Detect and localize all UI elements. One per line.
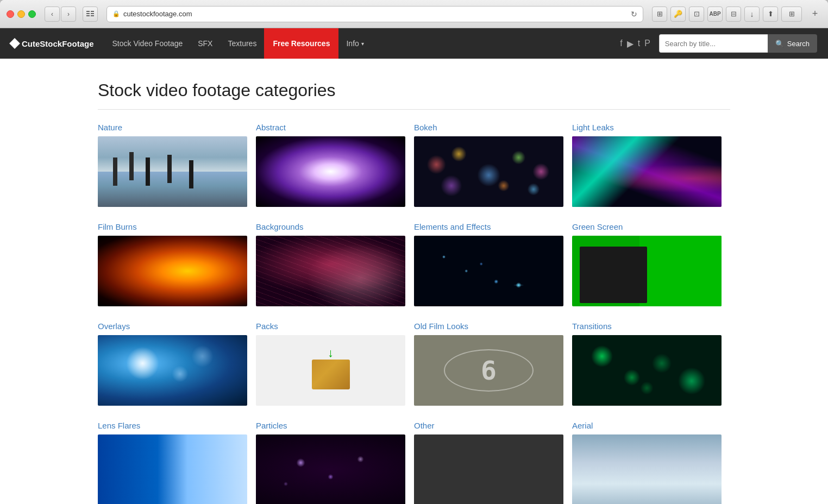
- svg-rect-5: [91, 15, 94, 16]
- site-navbar: CuteStockFootage Stock Video Footage SFX…: [0, 28, 828, 59]
- chevron-down-icon: ▾: [361, 41, 364, 47]
- pinterest-icon[interactable]: P: [644, 39, 650, 48]
- minimize-button[interactable]: [17, 10, 25, 18]
- category-label-abstract[interactable]: Abstract: [256, 123, 405, 132]
- browser-window: ‹ › 🔒 cutestockfootage.com ↻ ⊞ 🔑 ⊡ ABP ⊟…: [0, 0, 828, 504]
- logo-text: CuteStockFootage: [22, 39, 94, 48]
- page-title: Stock video footage categories: [98, 80, 730, 110]
- category-thumb-transitions[interactable]: [572, 335, 722, 406]
- close-button[interactable]: [7, 10, 14, 18]
- category-label-film-burns[interactable]: Film Burns: [98, 222, 247, 231]
- category-thumb-overlays[interactable]: [98, 335, 247, 406]
- category-label-old-film-looks[interactable]: Old Film Looks: [414, 322, 563, 331]
- category-thumb-packs[interactable]: ↓: [256, 335, 405, 406]
- facebook-icon[interactable]: f: [620, 39, 622, 48]
- category-label-light-leaks[interactable]: Light Leaks: [572, 123, 722, 132]
- category-thumb-green-screen[interactable]: [572, 236, 722, 306]
- category-label-green-screen[interactable]: Green Screen: [572, 222, 722, 231]
- social-icons: f ▶ t P: [620, 39, 650, 49]
- category-item-bokeh[interactable]: Bokeh: [414, 123, 572, 222]
- maximize-button[interactable]: [28, 10, 36, 18]
- svg-rect-1: [86, 13, 90, 14]
- keychain-icon[interactable]: 🔑: [670, 7, 686, 22]
- category-thumb-nature[interactable]: [98, 136, 247, 207]
- category-item-particles[interactable]: Particles: [256, 421, 414, 504]
- logo-diamond-icon: [9, 38, 20, 49]
- category-item-aerial[interactable]: Aerial: [572, 421, 730, 504]
- nav-stock-video[interactable]: Stock Video Footage: [105, 28, 191, 59]
- category-label-particles[interactable]: Particles: [256, 421, 405, 430]
- nav-info[interactable]: Info ▾: [338, 28, 371, 59]
- category-label-transitions[interactable]: Transitions: [572, 322, 722, 331]
- category-thumb-bokeh[interactable]: [414, 136, 563, 207]
- share-icon[interactable]: ⬆: [763, 7, 778, 22]
- category-label-other[interactable]: Other: [414, 421, 563, 430]
- traffic-lights: [7, 10, 36, 18]
- category-thumb-elements-and-effects[interactable]: [414, 236, 563, 306]
- category-thumb-other[interactable]: [414, 434, 563, 504]
- pocket-icon[interactable]: ⊡: [689, 7, 704, 22]
- twitter-icon[interactable]: t: [638, 39, 640, 48]
- lock-icon: 🔒: [112, 10, 120, 17]
- new-tab-button[interactable]: +: [808, 8, 821, 21]
- browser-nav-buttons: ‹ ›: [45, 7, 76, 22]
- search-form: 🔍 Search: [659, 34, 817, 53]
- url-text: cutestockfootage.com: [123, 10, 192, 18]
- category-label-aerial[interactable]: Aerial: [572, 421, 722, 430]
- svg-rect-2: [86, 15, 90, 16]
- category-thumb-abstract[interactable]: [256, 136, 405, 207]
- category-label-lens-flares[interactable]: Lens Flares: [98, 421, 247, 430]
- category-thumb-lens-flares[interactable]: [98, 434, 247, 504]
- nav-links: Stock Video Footage SFX Textures Free Re…: [105, 28, 612, 59]
- category-thumb-light-leaks[interactable]: [572, 136, 722, 207]
- category-label-overlays[interactable]: Overlays: [98, 322, 247, 331]
- category-label-bokeh[interactable]: Bokeh: [414, 123, 563, 132]
- category-item-transitions[interactable]: Transitions: [572, 322, 730, 421]
- category-thumb-old-film-looks[interactable]: [414, 335, 563, 406]
- category-label-backgrounds[interactable]: Backgrounds: [256, 222, 405, 231]
- search-input[interactable]: [659, 34, 768, 53]
- category-item-green-screen[interactable]: Green Screen: [572, 222, 730, 322]
- site-logo[interactable]: CuteStockFootage: [11, 39, 94, 48]
- forward-button[interactable]: ›: [61, 7, 76, 22]
- youtube-icon[interactable]: ▶: [627, 39, 633, 49]
- svg-rect-3: [91, 11, 94, 12]
- nav-sfx[interactable]: SFX: [190, 28, 220, 59]
- nav-textures[interactable]: Textures: [220, 28, 264, 59]
- category-thumb-backgrounds[interactable]: [256, 236, 405, 306]
- category-item-backgrounds[interactable]: Backgrounds: [256, 222, 414, 322]
- nav-free-resources[interactable]: Free Resources: [264, 28, 338, 59]
- category-item-packs[interactable]: Packs↓: [256, 322, 414, 421]
- category-item-old-film-looks[interactable]: Old Film Looks: [414, 322, 572, 421]
- search-button[interactable]: 🔍 Search: [768, 34, 817, 53]
- category-thumb-particles[interactable]: [256, 434, 405, 504]
- category-item-other[interactable]: Other: [414, 421, 572, 504]
- category-item-abstract[interactable]: Abstract: [256, 123, 414, 222]
- reload-button[interactable]: ↻: [631, 10, 637, 18]
- category-thumb-aerial[interactable]: [572, 434, 722, 504]
- reader-button[interactable]: [83, 7, 98, 22]
- category-label-elements-and-effects[interactable]: Elements and Effects: [414, 222, 563, 231]
- svg-rect-4: [91, 13, 94, 14]
- print-icon[interactable]: ⊟: [726, 7, 741, 22]
- site-content: Stock video footage categories NatureAbs…: [0, 59, 828, 504]
- rss-icon[interactable]: ⊞: [652, 7, 667, 22]
- adblock-icon[interactable]: ABP: [707, 7, 723, 22]
- category-item-film-burns[interactable]: Film Burns: [98, 222, 256, 322]
- browser-titlebar: ‹ › 🔒 cutestockfootage.com ↻ ⊞ 🔑 ⊡ ABP ⊟…: [0, 0, 828, 28]
- categories-grid: NatureAbstractBokehLight LeaksFilm Burns…: [98, 123, 730, 504]
- search-icon: 🔍: [775, 40, 784, 48]
- category-label-packs[interactable]: Packs: [256, 322, 405, 331]
- address-bar[interactable]: 🔒 cutestockfootage.com ↻: [106, 6, 643, 22]
- download-icon[interactable]: ↓: [744, 7, 760, 22]
- category-item-light-leaks[interactable]: Light Leaks: [572, 123, 730, 222]
- category-item-lens-flares[interactable]: Lens Flares: [98, 421, 256, 504]
- category-label-nature[interactable]: Nature: [98, 123, 247, 132]
- tab-overview-icon[interactable]: ⊞: [781, 7, 802, 22]
- category-thumb-film-burns[interactable]: [98, 236, 247, 306]
- category-item-nature[interactable]: Nature: [98, 123, 256, 222]
- category-item-overlays[interactable]: Overlays: [98, 322, 256, 421]
- category-item-elements-and-effects[interactable]: Elements and Effects: [414, 222, 572, 322]
- browser-toolbar: ⊞ 🔑 ⊡ ABP ⊟ ↓ ⬆ ⊞: [652, 7, 802, 22]
- back-button[interactable]: ‹: [45, 7, 60, 22]
